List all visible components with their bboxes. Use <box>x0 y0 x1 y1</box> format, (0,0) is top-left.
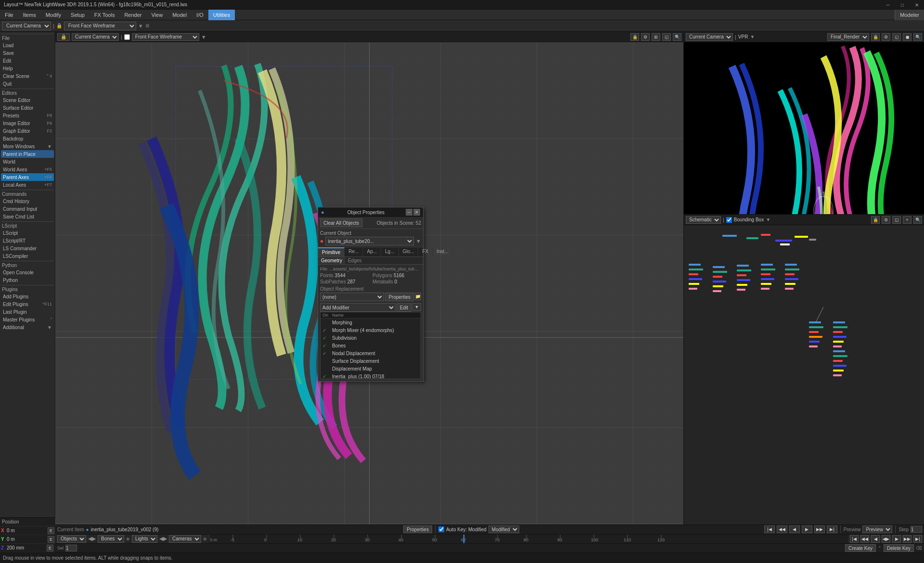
vp-icon-btn-5[interactable]: 🔍 <box>673 33 681 41</box>
transport-play-forward[interactable]: ▶▶ <box>814 525 825 533</box>
transport-step-back[interactable]: ◀ <box>789 525 800 533</box>
sidebar-item-lscript[interactable]: LScript <box>1 229 54 237</box>
sidebar-item-ls-commander[interactable]: LS Commander <box>1 244 54 252</box>
modifier-row-displacement-map[interactable]: Displacement Map <box>321 365 421 372</box>
sidebar-item-additional[interactable]: Additional ▼ <box>1 323 54 331</box>
tab-lg[interactable]: Lg... <box>381 247 398 256</box>
sidebar-item-clear-scene[interactable]: Clear Scene ⌃4 <box>1 72 54 80</box>
replacement-icon-btn[interactable]: 📁 <box>415 293 421 300</box>
properties-btn[interactable]: Properties <box>385 293 414 301</box>
modifier-row-morph-mixer[interactable]: ✓ Morph Mixer (4 endomorphs) <box>321 326 421 334</box>
timeline-ruler-container[interactable]: 0 m -5 0 10 20 30 40 50 62 70 <box>209 535 848 543</box>
transport-end[interactable]: ▶| <box>827 525 837 533</box>
menu-file[interactable]: File <box>0 10 18 20</box>
schematic-view-select[interactable]: Schematic <box>686 216 721 224</box>
modifier-row-morphing[interactable]: Morphing <box>321 319 421 326</box>
menu-render[interactable]: Render <box>119 10 146 20</box>
sidebar-item-load[interactable]: Load <box>1 41 54 49</box>
modifier-row-bones[interactable]: ✓ Bones <box>321 342 421 349</box>
sidebar-item-more-windows[interactable]: More Windows ▼ <box>1 142 54 150</box>
sidebar-item-image-editor[interactable]: Image Editor F6 <box>1 119 54 127</box>
schematic-bbox-checkbox[interactable] <box>726 217 732 223</box>
tab-re[interactable]: Re... <box>345 247 363 256</box>
menu-fx-tools[interactable]: FX Tools <box>90 10 120 20</box>
sidebar-item-help[interactable]: Help <box>1 64 54 72</box>
transport-prev[interactable]: ◀◀ <box>777 525 787 533</box>
tab-inst[interactable]: Inst... <box>433 247 452 256</box>
render-icon-4[interactable]: ◼ <box>903 33 911 41</box>
tl-prev-step[interactable]: ◀ <box>871 535 880 543</box>
menu-model[interactable]: Model <box>167 10 192 20</box>
sidebar-item-open-console[interactable]: Open Console <box>1 269 54 276</box>
sidebar-item-command-input[interactable]: Command Input <box>1 205 54 213</box>
sidebar-item-graph-editor[interactable]: Graph Editor F2 <box>1 127 54 135</box>
auto-key-select[interactable]: Modified <box>488 525 519 533</box>
sidebar-item-save-cmd-list[interactable]: Save Cmd List <box>1 213 54 220</box>
objects-select[interactable]: Objects <box>57 535 86 543</box>
tab-primitive[interactable]: Primitive <box>318 247 345 256</box>
modifier-row-surface-displacement[interactable]: Surface Displacement <box>321 357 421 365</box>
render-viewport[interactable]: Current Camera | VPR ▼ Final_Render 🔒 ⚙ … <box>684 32 924 215</box>
vp-icon-btn-3[interactable]: ⊞ <box>652 33 660 41</box>
dialog-minimize-btn[interactable]: ─ <box>406 209 412 216</box>
tl-play[interactable]: ▶ <box>892 535 901 543</box>
toolbar-icon-1[interactable]: ⚙ <box>145 23 150 28</box>
sidebar-item-surface-editor[interactable]: Surface Editor <box>1 104 54 112</box>
render-icon-1[interactable]: 🔒 <box>871 33 880 41</box>
menu-items[interactable]: Items <box>18 10 41 20</box>
x-axis-e-btn[interactable]: E <box>48 527 54 534</box>
dialog-titlebar[interactable]: ● Object Properties ─ ✕ <box>318 207 423 217</box>
properties-bottom-btn[interactable]: Properties <box>403 525 432 533</box>
vp-icon-btn-4[interactable]: ◱ <box>662 33 671 41</box>
lights-select[interactable]: Lights <box>132 535 157 543</box>
add-modifier-select[interactable]: Add Modifier <box>320 303 396 312</box>
tab-glo[interactable]: Glo... <box>399 247 419 256</box>
schematic-icon-2[interactable]: ⚙ <box>882 216 890 224</box>
sidebar-item-local-axes[interactable]: Local Axes +F7 <box>1 181 54 189</box>
menu-setup[interactable]: Setup <box>66 10 90 20</box>
modifier-row-subdivision[interactable]: ✓ Subdivision <box>321 334 421 342</box>
edit-modifier-btn[interactable]: Edit <box>397 303 411 312</box>
vp-icon-btn-2[interactable]: ⚙ <box>641 33 650 41</box>
vp-icon-btn-1[interactable]: 🔒 <box>630 33 639 41</box>
render-icon-3[interactable]: ◱ <box>892 33 901 41</box>
subtab-edges[interactable]: Edges <box>345 257 364 264</box>
auto-key-checkbox[interactable] <box>438 526 444 532</box>
sidebar-item-parent-axes[interactable]: Parent Axes +F6 <box>1 173 54 181</box>
menu-modify[interactable]: Modify <box>41 10 66 20</box>
z-axis-e-btn[interactable]: E <box>47 545 53 551</box>
tab-fx[interactable]: FX <box>418 247 433 256</box>
menu-utilities[interactable]: Utilities <box>208 10 235 20</box>
modifier-icon-btn[interactable]: ▼ <box>412 303 421 311</box>
dialog-close-btn[interactable]: ✕ <box>413 209 420 216</box>
minimize-button[interactable]: ─ <box>881 0 895 10</box>
render-camera-select[interactable]: Current Camera <box>686 33 733 41</box>
sidebar-item-python[interactable]: Python <box>1 276 54 284</box>
sidebar-item-edit-plugins[interactable]: Edit Plugins ^F11 <box>1 300 54 308</box>
maximize-button[interactable]: □ <box>895 0 910 10</box>
current-object-select[interactable]: inertia_plus_tube20... <box>325 237 414 245</box>
sidebar-item-world-axes[interactable]: World Axes +F5 <box>1 166 54 173</box>
modifier-row-nodal-displacement[interactable]: ✓ Nodal Displacement <box>321 349 421 357</box>
sidebar-item-scene-editor[interactable]: Scene Editor <box>1 96 54 104</box>
tl-next-step[interactable]: ▶▶ <box>903 535 911 543</box>
sidebar-item-quit[interactable]: Quit <box>1 80 54 88</box>
sidebar-item-world[interactable]: World <box>1 158 54 166</box>
schematic-icon-1[interactable]: 🔒 <box>871 216 880 224</box>
camera-select[interactable]: Current Camera <box>2 22 51 30</box>
menu-io[interactable]: I/O <box>192 10 208 20</box>
render-icon-5[interactable]: 🔍 <box>913 33 922 41</box>
replacement-select[interactable]: (none) <box>320 293 384 301</box>
step-input[interactable]: 1 <box>911 526 922 533</box>
delete-key-btn[interactable]: Delete Key <box>884 544 914 552</box>
sidebar-item-parent-in-place[interactable]: Parent in Place <box>1 150 54 158</box>
render-mode-select[interactable]: Final_Render <box>827 33 869 41</box>
vp-checkbox[interactable] <box>124 34 130 40</box>
tl-goto-end[interactable]: ▶| <box>913 535 922 543</box>
modifier-row-inertia[interactable]: ✓ Inertia_plus (1.00) 07/18 <box>321 372 421 379</box>
preview-select[interactable]: Preview <box>862 525 892 533</box>
clear-all-objects-btn[interactable]: Clear All Objects <box>320 218 362 227</box>
view-mode-select[interactable]: Front Face Wireframe <box>64 22 136 30</box>
tab-ap[interactable]: Ap... <box>363 247 381 256</box>
tl-goto-start[interactable]: |◀ <box>850 535 859 543</box>
